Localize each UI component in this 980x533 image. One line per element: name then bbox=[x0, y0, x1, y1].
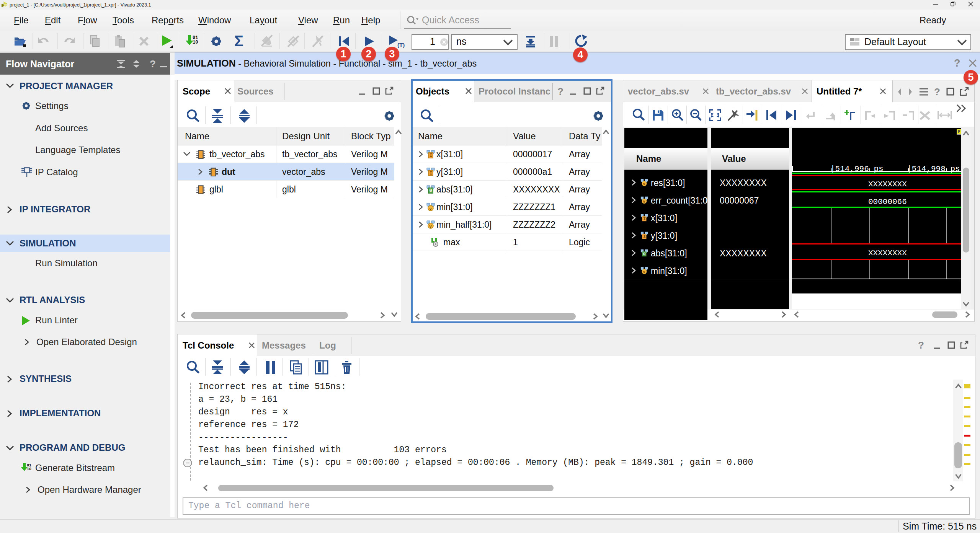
svg-text:v: v bbox=[643, 199, 645, 204]
svg-text:I: I bbox=[643, 217, 646, 221]
svg-text:10: 10 bbox=[27, 467, 31, 471]
svg-text:0: 0 bbox=[430, 188, 432, 194]
svg-text:v: v bbox=[430, 206, 432, 211]
svg-text:?: ? bbox=[918, 341, 924, 350]
svg-text:I: I bbox=[643, 234, 646, 239]
svg-text:v: v bbox=[430, 224, 432, 228]
svg-text:?: ? bbox=[954, 58, 960, 68]
svg-text:I: I bbox=[430, 153, 432, 158]
svg-text:?: ? bbox=[934, 87, 940, 97]
svg-text:10: 10 bbox=[193, 40, 198, 45]
svg-text:0: 0 bbox=[643, 252, 646, 256]
svg-text:?: ? bbox=[150, 59, 156, 69]
svg-text:v: v bbox=[643, 182, 645, 186]
svg-text:v: v bbox=[643, 270, 645, 274]
svg-text:(T): (T) bbox=[397, 42, 405, 48]
svg-text:I: I bbox=[430, 171, 432, 176]
